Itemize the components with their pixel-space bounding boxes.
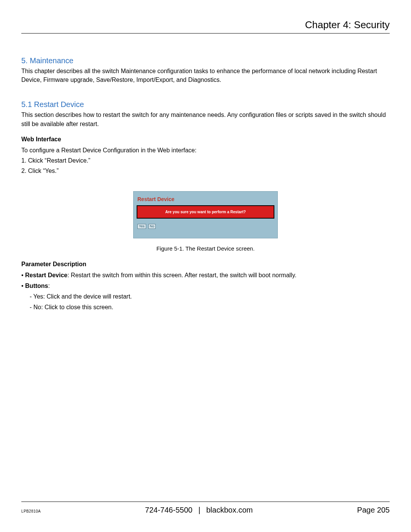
yes-button[interactable]: Yes xyxy=(137,224,146,229)
footer-separator: | xyxy=(198,506,200,514)
parameter-description-heading: Parameter Description xyxy=(21,261,390,268)
section-5-1-body: This section describes how to restart th… xyxy=(21,110,390,128)
section-5-body: This chapter describes all the switch Ma… xyxy=(21,67,390,84)
param-buttons-label: Buttons xyxy=(25,283,48,289)
restart-device-screenshot: Restart Device Are you sure you want to … xyxy=(133,191,278,238)
web-interface-heading: Web Interface xyxy=(21,136,390,143)
param-buttons: • Buttons: xyxy=(21,281,390,291)
param-buttons-yes: - Yes: Click and the device will restart… xyxy=(21,291,390,302)
section-5-1-title: 5.1 Restart Device xyxy=(21,100,390,109)
param-buttons-text: : xyxy=(48,283,49,289)
page-footer: LPB2810A 724-746-5500 | blackbox.com Pag… xyxy=(21,502,390,514)
screenshot-panel-title: Restart Device xyxy=(137,195,274,205)
footer-contact: 724-746-5500 | blackbox.com xyxy=(41,506,357,514)
param-buttons-no: - No: Click to close this screen. xyxy=(21,302,390,313)
param-restart-label: Restart Device xyxy=(25,272,67,278)
step-1: 1. Ckick “Restart Device.” xyxy=(21,155,390,166)
web-interface-intro: To configure a Restart Device Configurat… xyxy=(21,145,390,155)
screenshot-prompt: Are you sure you want to perform a Resta… xyxy=(137,205,274,219)
no-button[interactable]: No xyxy=(148,224,156,229)
footer-model: LPB2810A xyxy=(21,509,41,513)
footer-page-number: 205 xyxy=(377,506,390,514)
chapter-header: Chapter 4: Security xyxy=(21,19,390,34)
param-restart-device: • Restart Device: Restart the switch fro… xyxy=(21,270,390,281)
section-5-title: 5. Maintenance xyxy=(21,56,390,65)
footer-site: blackbox.com xyxy=(206,506,253,514)
figure-caption: Figure 5-1. The Restart Device screen. xyxy=(21,245,390,252)
footer-phone: 724-746-5500 xyxy=(145,506,193,514)
footer-page-label: Page xyxy=(357,506,375,514)
param-restart-text: : Restart the switch from within this sc… xyxy=(67,272,296,278)
step-2: 2. Click “Yes.” xyxy=(21,166,390,176)
footer-page: Page 205 xyxy=(357,506,390,514)
